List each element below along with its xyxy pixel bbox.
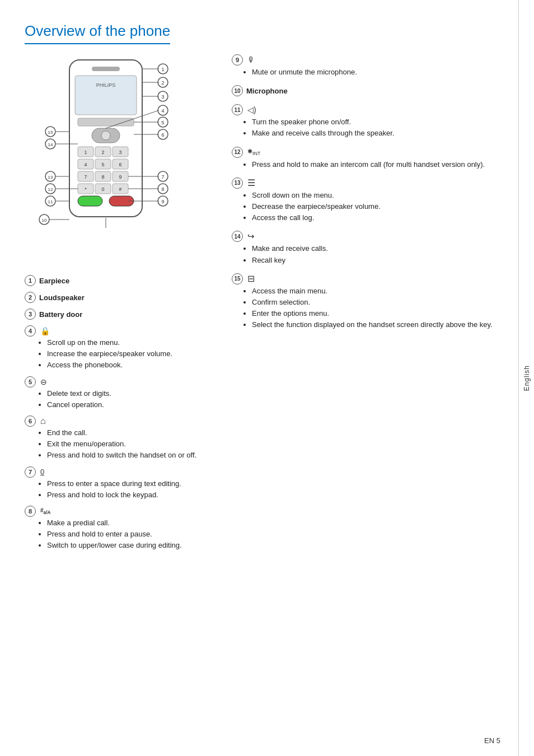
side-tab-label: English [523, 365, 531, 391]
item-4-bullets: Scroll up on the menu. Increase the earp… [47, 338, 215, 371]
right-column: 9 🎙 Mute or unmute the microphone. 10 Mi… [232, 54, 500, 338]
item-7-bullet-1: Press to enter a space during text editi… [47, 479, 215, 489]
item-9-header: 9 🎙 [232, 54, 500, 66]
item-3-header: 3 Battery door [25, 309, 215, 320]
item-4-icon: 🔒 [40, 326, 50, 335]
item-7-number: 7 [25, 466, 36, 478]
item-4-bullet-1: Scroll up on the menu. [47, 338, 215, 348]
item-12-icon: ✱INT [247, 148, 261, 156]
item-11-number: 11 [232, 104, 243, 115]
svg-text:6: 6 [161, 132, 164, 138]
item-4-bullet-2: Increase the earpiece/speaker volume. [47, 349, 215, 359]
item-13: 13 ☰ Scroll down on the menu. Decrease t… [232, 178, 500, 223]
svg-text:9: 9 [161, 199, 164, 204]
item-9-bullet-1: Mute or unmute the microphone. [252, 67, 500, 77]
item-13-number: 13 [232, 178, 243, 189]
item-12: 12 ✱INT Press and hold to make an interc… [232, 147, 500, 170]
svg-text:13: 13 [48, 175, 53, 180]
main-content: Overview of the phone PHILIPS [0, 0, 534, 756]
svg-text:5: 5 [101, 162, 104, 167]
item-11-header: 11 ◁) [232, 104, 500, 115]
item-14-header: 14 ↪ [232, 231, 500, 242]
item-6-icon: ⌂ [40, 416, 46, 426]
item-15-bullets: Access the main menu. Confirm selection.… [252, 286, 500, 330]
item-5-icon: ⊖ [40, 377, 47, 386]
item-7-bullets: Press to enter a space during text editi… [47, 479, 215, 500]
item-6-bullet-1: End the call. [47, 428, 215, 438]
item-6: 6 ⌂ End the call. Exit the menu/operatio… [25, 416, 215, 461]
item-11-bullets: Turn the speaker phone on/off. Make and … [252, 117, 500, 138]
svg-text:9: 9 [119, 174, 121, 180]
page: English Overview of the phone [0, 0, 534, 756]
item-13-header: 13 ☰ [232, 178, 500, 189]
svg-text:1: 1 [161, 67, 164, 72]
side-tab: English [518, 0, 534, 756]
item-15-bullet-2: Confirm selection. [252, 297, 500, 307]
svg-text:11: 11 [48, 199, 53, 204]
left-item-list: 1 Earpiece 2 Loudspeaker [25, 275, 215, 550]
item-4-bullet-3: Access the phonebook. [47, 360, 215, 370]
item-5-bullet-1: Delete text or digits. [47, 389, 215, 399]
item-8-header: 8 #a/A [25, 506, 215, 517]
item-14-bullets: Make and receive calls. Recall key [252, 244, 500, 265]
item-5-bullets: Delete text or digits. Cancel operation. [47, 389, 215, 410]
item-15: 15 ⊟ Access the main menu. Confirm selec… [232, 273, 500, 330]
item-4-number: 4 [25, 325, 36, 337]
item-8-bullets: Make a predial call. Press and hold to e… [47, 518, 215, 551]
item-7-header: 7 0 [25, 466, 215, 478]
item-9: 9 🎙 Mute or unmute the microphone. [232, 54, 500, 77]
item-7-bullet-2: Press and hold to lock the keypad. [47, 490, 215, 500]
item-15-header: 15 ⊟ [232, 273, 500, 284]
item-9-icon: 🎙 [247, 55, 255, 64]
item-2-label: Loudspeaker [39, 293, 85, 302]
svg-text:10: 10 [42, 218, 47, 223]
item-14: 14 ↪ Make and receive calls. Recall key [232, 231, 500, 265]
item-12-number: 12 [232, 147, 243, 158]
item-12-header: 12 ✱INT [232, 147, 500, 158]
item-5: 5 ⊖ Delete text or digits. Cancel operat… [25, 376, 215, 410]
item-5-header: 5 ⊖ [25, 376, 215, 388]
page-footer: EN 5 [484, 736, 500, 745]
item-2-header: 2 Loudspeaker [25, 292, 215, 303]
svg-text:5: 5 [161, 120, 164, 125]
item-4-header: 4 🔒 [25, 325, 215, 337]
item-14-number: 14 [232, 231, 243, 242]
svg-text:1: 1 [84, 150, 87, 155]
item-13-bullet-2: Decrease the earpiece/speaker volume. [252, 202, 500, 212]
svg-text:#: # [119, 186, 121, 192]
item-6-bullets: End the call. Exit the menu/operation. P… [47, 428, 215, 461]
item-10: 10 Microphone [232, 85, 500, 96]
item-3-label: Battery door [39, 310, 82, 319]
item-5-bullet-2: Cancel operation. [47, 400, 215, 410]
item-11-bullet-1: Turn the speaker phone on/off. [252, 117, 500, 127]
item-9-number: 9 [232, 54, 243, 66]
svg-text:8: 8 [101, 174, 104, 180]
svg-rect-2 [75, 76, 137, 115]
item-14-icon: ↪ [247, 231, 255, 241]
svg-rect-4 [78, 118, 134, 126]
item-12-bullets: Press and hold to make an intercom call … [252, 160, 500, 170]
svg-text:*: * [85, 186, 87, 192]
svg-rect-31 [78, 196, 102, 206]
item-11-icon: ◁) [247, 105, 256, 114]
footer-text: EN 5 [484, 736, 500, 745]
svg-point-6 [101, 131, 110, 140]
item-15-icon: ⊟ [247, 273, 255, 284]
phone-svg: PHILIPS 1 2 3 [25, 54, 204, 262]
item-4: 4 🔒 Scroll up on the menu. Increase the … [25, 325, 215, 371]
item-13-bullet-3: Access the call log. [252, 213, 500, 223]
item-7: 7 0 Press to enter a space during text e… [25, 466, 215, 500]
svg-text:PHILIPS: PHILIPS [96, 82, 116, 88]
item-15-bullet-3: Enter the options menu. [252, 309, 500, 319]
svg-rect-1 [92, 67, 120, 71]
item-9-bullets: Mute or unmute the microphone. [252, 67, 500, 77]
item-13-bullets: Scroll down on the menu. Decrease the ea… [252, 190, 500, 223]
item-8-bullet-1: Make a predial call. [47, 518, 215, 528]
item-3: 3 Battery door [25, 309, 215, 320]
item-8-number: 8 [25, 506, 36, 517]
svg-text:4: 4 [161, 108, 164, 114]
two-column-layout: PHILIPS 1 2 3 [25, 54, 500, 556]
item-7-icon: 0 [40, 468, 44, 476]
item-8-bullet-2: Press and hold to enter a pause. [47, 529, 215, 539]
item-1-header: 1 Earpiece [25, 275, 215, 286]
